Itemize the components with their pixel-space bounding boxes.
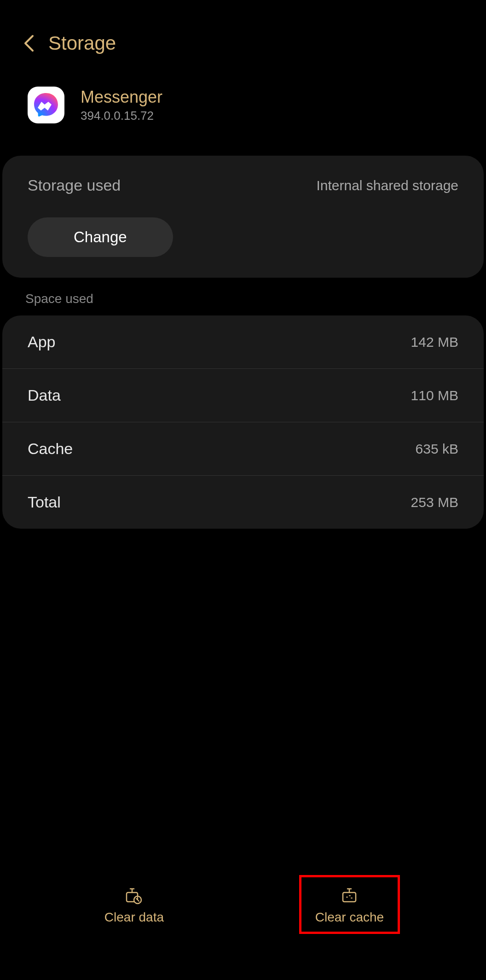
page-title: Storage — [48, 32, 116, 54]
space-used-card: App 142 MB Data 110 MB Cache 635 kB Tota… — [2, 315, 484, 529]
messenger-icon — [32, 91, 60, 119]
back-button[interactable] — [18, 33, 39, 54]
clear-cache-label: Clear cache — [315, 910, 384, 925]
clear-data-label: Clear data — [104, 910, 164, 925]
clear-cache-icon — [339, 884, 359, 904]
storage-used-label: Storage used — [28, 176, 121, 194]
change-button[interactable]: Change — [28, 217, 173, 257]
list-row-app: App 142 MB — [2, 315, 484, 369]
row-label: Total — [28, 493, 61, 511]
clear-cache-button[interactable]: Clear cache — [299, 875, 400, 934]
app-info: Messenger 394.0.0.15.72 — [0, 73, 486, 146]
app-icon — [28, 87, 64, 123]
chevron-left-icon — [23, 34, 35, 52]
app-details: Messenger 394.0.0.15.72 — [81, 88, 162, 123]
row-label: App — [28, 333, 56, 351]
clear-data-icon — [124, 884, 144, 904]
list-row-cache: Cache 635 kB — [2, 422, 484, 476]
storage-location: Internal shared storage — [316, 178, 458, 193]
row-value: 110 MB — [411, 388, 458, 403]
storage-card: Storage used Internal shared storage Cha… — [2, 156, 484, 278]
row-label: Cache — [28, 440, 73, 458]
row-value: 142 MB — [411, 334, 458, 350]
space-used-label: Space used — [0, 287, 486, 311]
svg-rect-2 — [343, 892, 356, 902]
row-label: Data — [28, 386, 61, 404]
app-name: Messenger — [81, 88, 162, 107]
app-version: 394.0.0.15.72 — [81, 109, 162, 123]
row-value: 253 MB — [411, 495, 458, 510]
bottom-actions: Clear data Clear cache — [0, 875, 486, 934]
row-value: 635 kB — [416, 441, 458, 457]
list-row-total: Total 253 MB — [2, 476, 484, 529]
storage-header: Storage used Internal shared storage — [28, 176, 458, 194]
clear-data-button[interactable]: Clear data — [86, 875, 182, 934]
list-row-data: Data 110 MB — [2, 369, 484, 422]
header: Storage — [0, 0, 486, 73]
